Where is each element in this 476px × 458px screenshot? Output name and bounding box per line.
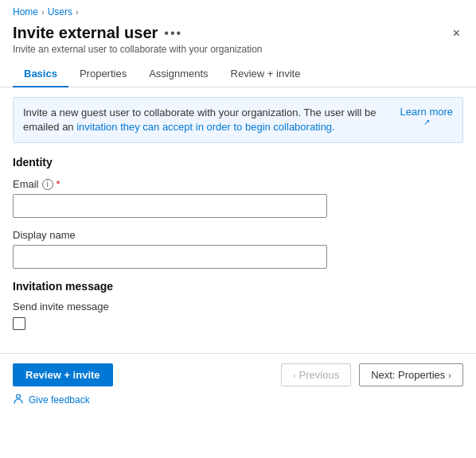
footer-actions: Review + invite ‹ Previous Next: Propert…: [0, 363, 476, 393]
tab-assignments[interactable]: Assignments: [138, 61, 219, 87]
next-chevron-icon: ›: [448, 371, 451, 380]
tab-review-invite[interactable]: Review + invite: [220, 61, 312, 87]
email-field-group: Email i *: [13, 178, 463, 218]
review-invite-button[interactable]: Review + invite: [13, 363, 113, 386]
previous-button[interactable]: ‹ Previous: [281, 363, 351, 386]
tab-bar: Basics Properties Assignments Review + i…: [0, 61, 476, 87]
tab-properties[interactable]: Properties: [68, 61, 138, 87]
send-invite-row: Send invite message: [13, 301, 463, 312]
breadcrumb: Home › Users ›: [0, 0, 476, 21]
identity-section-title: Identity: [13, 156, 463, 169]
breadcrumb-users[interactable]: Users: [48, 6, 72, 17]
next-label: Next: Properties: [371, 369, 445, 381]
previous-label: Previous: [299, 369, 340, 381]
email-input[interactable]: [13, 194, 327, 218]
invitation-message-title: Invitation message: [13, 280, 463, 293]
breadcrumb-sep-2: ›: [76, 7, 79, 17]
footer-divider: [0, 353, 476, 354]
main-content: Invite a new guest user to collaborate w…: [0, 87, 476, 342]
header-left: Invite external user •••: [13, 24, 182, 42]
feedback-row[interactable]: Give feedback: [0, 393, 476, 413]
previous-chevron-icon: ‹: [293, 371, 296, 380]
breadcrumb-sep-1: ›: [41, 7, 45, 17]
external-link-icon: ↗: [423, 118, 430, 126]
send-invite-label: Send invite message: [13, 301, 109, 312]
learn-more-link[interactable]: Learn more ↗: [400, 106, 453, 126]
breadcrumb-home[interactable]: Home: [13, 6, 38, 17]
info-banner-text: Invite a new guest user to collaborate w…: [23, 106, 391, 134]
display-name-field-group: Display name: [13, 229, 463, 269]
info-text-content: Invite a new guest user to collaborate w…: [23, 107, 376, 133]
feedback-icon: [13, 393, 24, 406]
more-options-icon[interactable]: •••: [164, 26, 182, 41]
tab-basics[interactable]: Basics: [13, 61, 68, 87]
email-required-marker: *: [57, 178, 60, 190]
email-info-icon[interactable]: i: [42, 179, 53, 190]
next-properties-button[interactable]: Next: Properties ›: [359, 363, 463, 386]
email-label: Email i *: [13, 178, 463, 190]
info-banner: Invite a new guest user to collaborate w…: [13, 97, 463, 143]
svg-point-0: [17, 394, 21, 398]
display-name-input[interactable]: [13, 245, 327, 269]
header-row: Invite external user ••• ×: [0, 21, 476, 44]
feedback-label: Give feedback: [29, 394, 90, 406]
page-title: Invite external user: [13, 24, 158, 42]
close-button[interactable]: ×: [450, 25, 463, 41]
checkbox-container: [13, 317, 463, 332]
page-subtitle: Invite an external user to collaborate w…: [0, 44, 476, 61]
display-name-label: Display name: [13, 229, 463, 241]
send-invite-checkbox[interactable]: [13, 317, 25, 330]
